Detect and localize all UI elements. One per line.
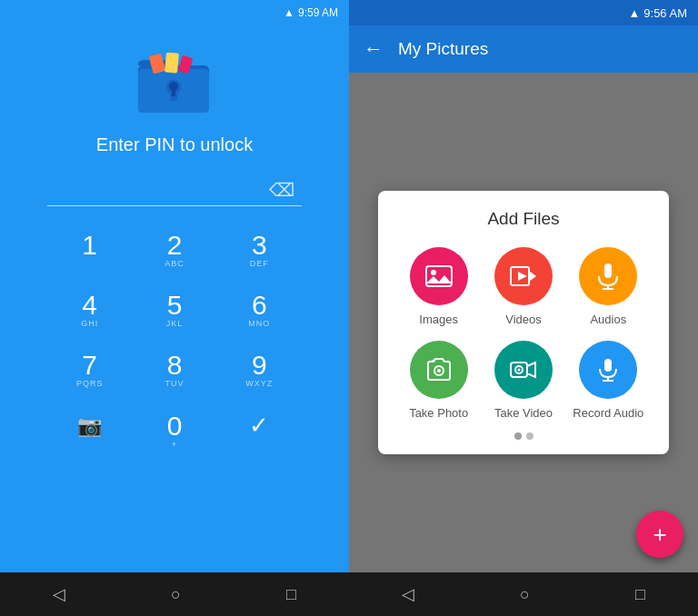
- time-right: ▲ 9:56 AM: [628, 6, 687, 20]
- nav-home-icon-left[interactable]: ○: [171, 585, 181, 604]
- svg-rect-24: [604, 359, 612, 372]
- folder-lock-icon: [138, 53, 211, 120]
- take-photo-circle-button[interactable]: [410, 341, 468, 399]
- key-2[interactable]: 2 ABC: [132, 224, 216, 277]
- key-4[interactable]: 4 GHI: [47, 284, 132, 337]
- add-files-grid: Images Videos: [400, 247, 647, 420]
- pin-input-row[interactable]: ⌫: [47, 174, 302, 206]
- svg-marker-21: [527, 363, 535, 377]
- nav-recent-icon-right[interactable]: □: [635, 585, 645, 604]
- svg-rect-3: [165, 53, 179, 74]
- take-photo-label: Take Photo: [409, 406, 468, 420]
- key-7[interactable]: 7 PQRS: [47, 344, 132, 397]
- toolbar-title: My Pictures: [398, 39, 488, 59]
- key-9[interactable]: 9 WXYZ: [217, 344, 302, 397]
- images-label: Images: [419, 313, 458, 326]
- key-8[interactable]: 8 TUV: [132, 344, 216, 397]
- dot-1: [514, 432, 522, 440]
- key-0[interactable]: 0 +: [132, 404, 216, 458]
- phone-left: ▲ 9:59 AM: [0, 0, 349, 616]
- key-5[interactable]: 5 JKL: [132, 284, 216, 337]
- add-files-dialog: Add Files Images: [378, 191, 669, 454]
- add-file-record-audio[interactable]: Record Audio: [570, 341, 647, 420]
- time-left: 9:59 AM: [298, 6, 338, 19]
- dot-2: [526, 432, 533, 440]
- add-file-videos[interactable]: Videos: [484, 247, 562, 326]
- svg-point-10: [431, 270, 436, 275]
- signal-icon-right: ▲: [628, 6, 640, 20]
- enter-pin-label: Enter PIN to unlock: [96, 134, 253, 155]
- status-bar-left: ▲ 9:59 AM: [0, 0, 349, 25]
- videos-label: Videos: [505, 313, 542, 326]
- numpad: 1 2 ABC 3 DEF 4 GHI 5 JKL 6 MNO: [47, 224, 302, 458]
- svg-marker-12: [529, 271, 536, 282]
- right-content: Add Files Images: [349, 73, 698, 572]
- key-confirm[interactable]: ✓: [217, 404, 302, 458]
- svg-rect-19: [432, 360, 435, 362]
- take-video-circle-button[interactable]: [494, 341, 553, 399]
- svg-point-23: [517, 369, 520, 372]
- svg-marker-13: [518, 272, 527, 281]
- audios-circle-button[interactable]: [579, 247, 637, 305]
- take-video-label: Take Video: [494, 406, 553, 420]
- back-button[interactable]: ←: [364, 37, 384, 61]
- status-bar-right: ▲ 9:56 AM: [349, 0, 698, 25]
- signal-icon-left: ▲: [284, 6, 294, 19]
- record-audio-circle-button[interactable]: [579, 341, 637, 399]
- checkmark-icon: ✓: [249, 412, 269, 440]
- lock-content: Enter PIN to unlock ⌫ 1 2 ABC 3 DEF 4 GH…: [0, 25, 349, 572]
- backspace-button[interactable]: ⌫: [269, 179, 294, 201]
- nav-back-icon-left[interactable]: ◁: [53, 584, 65, 604]
- nav-bar-right: ◁ ○ □: [349, 572, 698, 616]
- svg-point-18: [437, 369, 441, 373]
- audios-label: Audios: [590, 313, 626, 326]
- nav-back-icon-right[interactable]: ◁: [402, 584, 414, 604]
- key-3[interactable]: 3 DEF: [217, 224, 302, 277]
- videos-circle-button[interactable]: [494, 247, 553, 305]
- key-camera[interactable]: 📷: [47, 404, 132, 458]
- pagination-dots: [400, 432, 647, 440]
- toolbar-right: ← My Pictures: [349, 25, 698, 73]
- camera-icon: 📷: [77, 414, 102, 438]
- nav-bar-left: ◁ ○ □: [0, 572, 349, 616]
- record-audio-label: Record Audio: [573, 406, 643, 420]
- nav-recent-icon-left[interactable]: □: [286, 585, 296, 604]
- phone-right: ▲ 9:56 AM ← My Pictures Add Files: [349, 0, 698, 616]
- add-file-images[interactable]: Images: [400, 247, 477, 326]
- add-file-audios[interactable]: Audios: [570, 247, 647, 326]
- svg-rect-8: [172, 89, 175, 96]
- nav-home-icon-right[interactable]: ○: [520, 585, 530, 604]
- add-file-take-video[interactable]: Take Video: [484, 341, 562, 420]
- key-1[interactable]: 1: [47, 224, 132, 277]
- images-circle-button[interactable]: [410, 247, 468, 305]
- add-file-take-photo[interactable]: Take Photo: [400, 341, 477, 420]
- svg-rect-14: [604, 263, 612, 278]
- fab-add-button[interactable]: +: [636, 511, 683, 558]
- key-6[interactable]: 6 MNO: [217, 284, 302, 337]
- add-files-title: Add Files: [400, 209, 647, 229]
